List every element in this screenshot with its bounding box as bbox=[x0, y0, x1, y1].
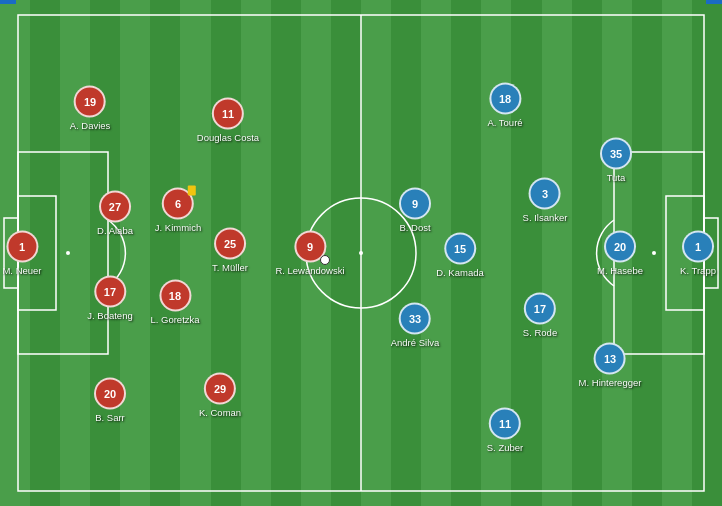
player-name: M. Neuer bbox=[2, 265, 41, 276]
player-circle: 17 bbox=[524, 293, 556, 325]
player-circle: 6 bbox=[162, 188, 194, 220]
player-name: K. Coman bbox=[199, 407, 241, 418]
player-circle: 11 bbox=[212, 98, 244, 130]
player-35-blue[interactable]: 35Tuta bbox=[600, 138, 632, 183]
player-name: D. Kamada bbox=[436, 267, 484, 278]
player-3-blue[interactable]: 3S. Ilsanker bbox=[523, 178, 568, 223]
player-name: L. Goretzka bbox=[150, 314, 199, 325]
player-circle: 20 bbox=[604, 231, 636, 263]
player-circle: 13 bbox=[594, 343, 626, 375]
player-name: André Silva bbox=[391, 337, 440, 348]
player-18-blue[interactable]: 18A. Touré bbox=[487, 83, 522, 128]
player-name: J. Kimmich bbox=[155, 222, 201, 233]
player-1-blue[interactable]: 1K. Trapp bbox=[680, 231, 716, 276]
player-18-red[interactable]: 18L. Goretzka bbox=[150, 280, 199, 325]
player-circle: 18 bbox=[489, 83, 521, 115]
player-name: D. Alaba bbox=[97, 225, 133, 236]
player-19-red[interactable]: 19A. Davies bbox=[70, 86, 111, 131]
player-circle: 17 bbox=[94, 276, 126, 308]
yellow-card-icon bbox=[188, 186, 196, 196]
player-name: Douglas Costa bbox=[197, 132, 259, 143]
player-name: A. Davies bbox=[70, 120, 111, 131]
player-name: S. Rode bbox=[523, 327, 557, 338]
player-circle: 11 bbox=[489, 408, 521, 440]
player-name: B. Dost bbox=[399, 222, 430, 233]
player-name: K. Trapp bbox=[680, 265, 716, 276]
player-circle: 20 bbox=[94, 378, 126, 410]
player-27-red[interactable]: 27D. Alaba bbox=[97, 191, 133, 236]
player-name: M. Hinteregger bbox=[579, 377, 642, 388]
player-11-red[interactable]: 11Douglas Costa bbox=[197, 98, 259, 143]
player-33-blue[interactable]: 33André Silva bbox=[391, 303, 440, 348]
player-9-red[interactable]: 9R. Lewandowski bbox=[275, 231, 344, 276]
player-name: B. Sarr bbox=[95, 412, 125, 423]
ball bbox=[320, 255, 330, 265]
player-17-red[interactable]: 17J. Boateng bbox=[87, 276, 132, 321]
player-6-red[interactable]: 6J. Kimmich bbox=[155, 188, 201, 233]
player-circle: 25 bbox=[214, 228, 246, 260]
player-29-red[interactable]: 29K. Coman bbox=[199, 373, 241, 418]
player-circle: 3 bbox=[529, 178, 561, 210]
player-circle: 27 bbox=[99, 191, 131, 223]
player-name: A. Touré bbox=[487, 117, 522, 128]
player-circle: 35 bbox=[600, 138, 632, 170]
formation-right bbox=[706, 0, 722, 4]
player-circle: 9 bbox=[399, 188, 431, 220]
player-circle: 33 bbox=[399, 303, 431, 335]
player-9-blue[interactable]: 9B. Dost bbox=[399, 188, 431, 233]
player-circle: 1 bbox=[6, 231, 38, 263]
player-name: M. Hasebe bbox=[597, 265, 643, 276]
player-circle: 18 bbox=[159, 280, 191, 312]
player-11-blue[interactable]: 11S. Zuber bbox=[487, 408, 523, 453]
player-15-blue[interactable]: 15D. Kamada bbox=[436, 233, 484, 278]
penalty-spot-0 bbox=[66, 251, 70, 255]
player-circle: 1 bbox=[682, 231, 714, 263]
football-pitch: 1M. Neuer19A. Davies27D. Alaba6J. Kimmic… bbox=[0, 0, 722, 506]
player-circle: 19 bbox=[74, 86, 106, 118]
player-name: T. Müller bbox=[212, 262, 248, 273]
player-circle: 15 bbox=[444, 233, 476, 265]
player-17-blue[interactable]: 17S. Rode bbox=[523, 293, 557, 338]
player-name: S. Zuber bbox=[487, 442, 523, 453]
svg-point-3 bbox=[359, 251, 363, 255]
player-name: R. Lewandowski bbox=[275, 265, 344, 276]
player-1-red[interactable]: 1M. Neuer bbox=[2, 231, 41, 276]
player-25-red[interactable]: 25T. Müller bbox=[212, 228, 248, 273]
formation-left bbox=[0, 0, 16, 4]
player-13-blue[interactable]: 13M. Hinteregger bbox=[579, 343, 642, 388]
penalty-spot-1 bbox=[652, 251, 656, 255]
player-name: Tuta bbox=[607, 172, 626, 183]
player-name: S. Ilsanker bbox=[523, 212, 568, 223]
player-circle: 29 bbox=[204, 373, 236, 405]
player-name: J. Boateng bbox=[87, 310, 132, 321]
player-20-red[interactable]: 20B. Sarr bbox=[94, 378, 126, 423]
player-20-blue[interactable]: 20M. Hasebe bbox=[597, 231, 643, 276]
